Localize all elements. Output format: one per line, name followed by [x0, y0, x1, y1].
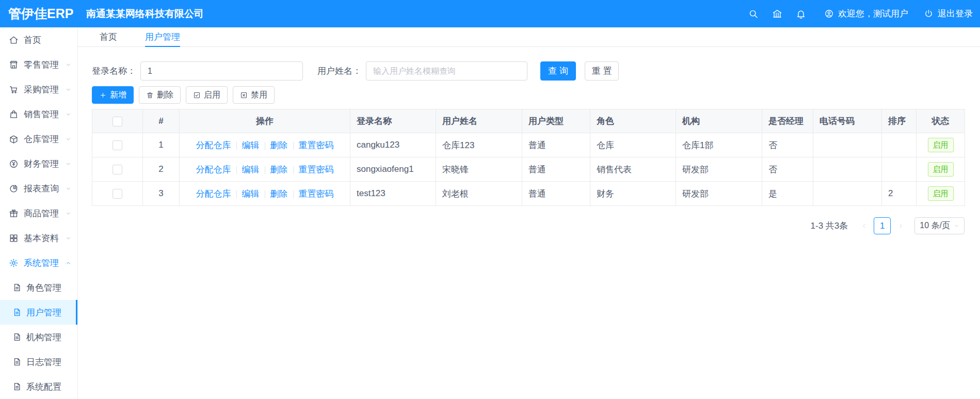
x-square-icon	[240, 91, 248, 99]
page-number-button[interactable]: 1	[874, 217, 891, 234]
cell-is-manager: 否	[762, 157, 813, 182]
sidebar-item-warehouse[interactable]: 仓库管理	[0, 126, 77, 151]
sidebar-item-label: 零售管理	[24, 59, 59, 71]
header-actions: 欢迎您，测试用户 退出登录	[742, 0, 980, 27]
pagination: 1-3 共3条 1 10 条/页	[92, 217, 965, 234]
prev-page-button[interactable]	[856, 217, 872, 234]
sidebar-item-goods[interactable]: 商品管理	[0, 201, 77, 226]
report-icon	[9, 184, 19, 194]
col-header-sort: 排序	[882, 109, 917, 133]
sidebar-item-label: 仓库管理	[24, 133, 59, 145]
delete-button[interactable]: 删除	[139, 86, 181, 104]
reset-button[interactable]: 重 置	[585, 61, 619, 81]
cell-login-name: test123	[350, 182, 436, 206]
col-header-user-name: 用户姓名	[436, 109, 522, 133]
chevron-down-icon	[65, 185, 72, 192]
edit-link[interactable]: 编辑	[242, 165, 260, 174]
chevron-down-icon	[65, 61, 72, 68]
main-content: 首页 用户管理 登录名称： 用户姓名： 查 询 重 置 新增	[78, 27, 980, 399]
notifications-button[interactable]	[789, 0, 813, 27]
disable-button-label: 禁用	[251, 90, 267, 101]
sidebar-subitem-users[interactable]: 用户管理	[0, 300, 77, 325]
chevron-down-icon	[65, 161, 72, 167]
row-checkbox[interactable]	[113, 189, 122, 199]
app-header: 管伊佳ERP 南通某某网络科技有限公司 欢迎您，测试用户 退出登录	[0, 0, 980, 27]
reset-password-link[interactable]: 重置密码	[299, 189, 334, 199]
sidebar-subitem-roles[interactable]: 角色管理	[0, 275, 77, 300]
sidebar-item-basedata[interactable]: 基本资料	[0, 226, 77, 250]
table-row: 2 分配仓库编辑删除重置密码 songxiaofeng1 宋晓锋 普通 销售代表…	[92, 157, 965, 182]
cell-role: 销售代表	[590, 157, 676, 182]
sidebar-item-finance[interactable]: 财务管理	[0, 151, 77, 176]
cell-checkbox	[92, 157, 143, 182]
action-divider	[293, 142, 294, 150]
sidebar-item-label: 财务管理	[24, 158, 59, 170]
sidebar-item-system[interactable]: 系统管理	[0, 250, 77, 275]
cell-checkbox	[92, 182, 143, 206]
delete-link[interactable]: 删除	[270, 165, 288, 174]
edit-link[interactable]: 编辑	[242, 140, 260, 150]
search-button[interactable]	[742, 0, 765, 27]
user-management-page: 登录名称： 用户姓名： 查 询 重 置 新增 删除 启用	[78, 47, 980, 234]
sidebar-subitem-logs[interactable]: 日志管理	[0, 349, 77, 374]
page-size-value: 10 条/页	[920, 220, 950, 231]
row-checkbox[interactable]	[113, 140, 122, 150]
enable-button-label: 启用	[204, 90, 220, 101]
home-shortcut-button[interactable]	[765, 0, 789, 27]
sidebar-item-label: 报表查询	[24, 183, 59, 195]
reset-password-link[interactable]: 重置密码	[299, 165, 334, 174]
gear-icon	[9, 258, 19, 268]
login-name-input[interactable]	[140, 61, 303, 81]
cell-is-manager: 否	[762, 133, 813, 157]
status-badge: 启用	[928, 138, 954, 152]
sidebar-item-purchase[interactable]: 采购管理	[0, 77, 77, 102]
warehouse-icon	[9, 134, 19, 144]
header-checkbox-cell	[92, 109, 143, 133]
tab-user-management[interactable]: 用户管理	[145, 27, 180, 46]
chevron-down-icon	[65, 210, 72, 217]
col-header-role: 角色	[590, 109, 676, 133]
next-page-button[interactable]	[893, 217, 908, 234]
cell-index: 3	[143, 182, 180, 206]
cell-user-name: 刘老根	[436, 182, 522, 206]
chevron-up-icon	[65, 260, 72, 266]
purchase-icon	[9, 85, 19, 94]
page-size-select[interactable]: 10 条/页	[914, 217, 965, 234]
reset-password-link[interactable]: 重置密码	[299, 140, 334, 150]
disable-button[interactable]: 禁用	[233, 86, 275, 104]
sidebar-item-reports[interactable]: 报表查询	[0, 176, 77, 201]
user-menu[interactable]: 欢迎您，测试用户	[824, 8, 908, 20]
toolbar: 新增 删除 启用 禁用	[92, 86, 980, 104]
add-button[interactable]: 新增	[92, 86, 134, 104]
action-divider	[236, 166, 237, 174]
tab-home[interactable]: 首页	[100, 27, 117, 46]
user-name-input[interactable]	[366, 61, 527, 81]
assign-warehouse-link[interactable]: 分配仓库	[196, 189, 231, 199]
logout-button[interactable]: 退出登录	[924, 8, 973, 20]
action-divider	[236, 190, 237, 198]
add-button-label: 新增	[110, 90, 126, 101]
sidebar-item-home[interactable]: 首页	[0, 27, 77, 52]
sidebar-item-retail[interactable]: 零售管理	[0, 52, 77, 77]
cell-status: 启用	[917, 157, 965, 182]
table-header-row: # 操作 登录名称 用户姓名 用户类型 角色 机构 是否经理 电话号码 排序 状…	[92, 109, 965, 133]
col-header-actions: 操作	[180, 109, 350, 133]
delete-link[interactable]: 删除	[270, 189, 288, 199]
cell-login-name: cangku123	[350, 133, 436, 157]
query-button[interactable]: 查 询	[540, 61, 576, 81]
sidebar-subitem-orgs[interactable]: 机构管理	[0, 325, 77, 349]
assign-warehouse-link[interactable]: 分配仓库	[196, 165, 231, 174]
bank-icon	[772, 9, 782, 19]
edit-link[interactable]: 编辑	[242, 189, 260, 199]
assign-warehouse-link[interactable]: 分配仓库	[196, 140, 231, 150]
users-table: # 操作 登录名称 用户姓名 用户类型 角色 机构 是否经理 电话号码 排序 状…	[92, 109, 965, 206]
enable-button[interactable]: 启用	[186, 86, 228, 104]
select-all-checkbox[interactable]	[113, 117, 122, 126]
sidebar-item-sales[interactable]: 销售管理	[0, 102, 77, 126]
row-checkbox[interactable]	[113, 165, 122, 174]
cell-sort	[882, 157, 917, 182]
delete-link[interactable]: 删除	[270, 140, 288, 150]
cell-actions: 分配仓库编辑删除重置密码	[180, 182, 350, 206]
sidebar-item-label: 首页	[24, 34, 41, 46]
sidebar-subitem-config[interactable]: 系统配置	[0, 374, 77, 399]
